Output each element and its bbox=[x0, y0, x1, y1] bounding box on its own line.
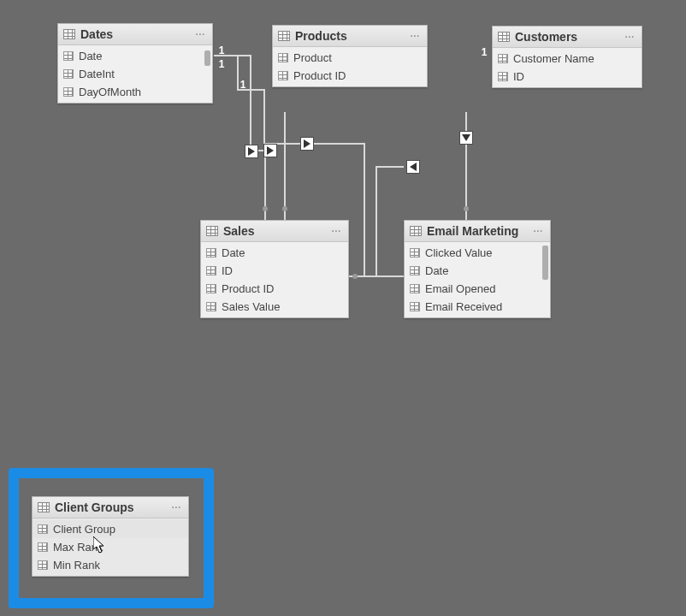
field-label: Max Rank bbox=[53, 541, 103, 554]
table-icon bbox=[278, 31, 290, 41]
field-row[interactable]: Date bbox=[58, 47, 212, 65]
table-title: Client Groups bbox=[55, 500, 134, 514]
more-icon[interactable]: ··· bbox=[624, 33, 636, 42]
field-row[interactable]: Product ID bbox=[273, 67, 427, 85]
table-title: Dates bbox=[80, 27, 113, 41]
table-body: Clicked Value Date Email Opened Email Re… bbox=[405, 242, 550, 317]
scrollbar-thumb[interactable] bbox=[542, 246, 548, 280]
cardinality-one: 1 bbox=[217, 44, 226, 56]
table-products[interactable]: Products ··· Product Product ID bbox=[272, 25, 428, 87]
field-icon bbox=[278, 53, 288, 62]
table-title: Sales bbox=[223, 224, 255, 238]
field-icon bbox=[63, 51, 74, 61]
field-icon bbox=[206, 284, 216, 293]
cardinality-one: 1 bbox=[217, 58, 226, 70]
endpoint-dot-icon bbox=[464, 206, 469, 211]
svg-marker-3 bbox=[462, 134, 470, 141]
table-dates[interactable]: Dates ··· Date DateInt DayOfMonth bbox=[57, 23, 213, 104]
cardinality-one: 1 bbox=[239, 79, 247, 91]
field-label: Customer Name bbox=[513, 52, 594, 65]
field-icon bbox=[38, 542, 48, 552]
field-row[interactable]: DayOfMonth bbox=[58, 83, 212, 101]
field-row[interactable]: Email Received bbox=[405, 298, 550, 316]
field-row[interactable]: Sales Value bbox=[201, 298, 348, 316]
table-customers[interactable]: Customers ··· Customer Name ID bbox=[492, 26, 642, 88]
table-icon bbox=[206, 226, 218, 236]
cardinality-one: 1 bbox=[480, 46, 488, 58]
field-row[interactable]: Customer Name bbox=[493, 50, 642, 68]
more-icon[interactable]: ··· bbox=[194, 30, 207, 39]
table-header-customers[interactable]: Customers ··· bbox=[493, 27, 642, 48]
field-label: Date bbox=[425, 264, 448, 277]
field-row[interactable]: Clicked Value bbox=[405, 244, 550, 262]
field-label: Date bbox=[79, 50, 102, 62]
field-label: Min Rank bbox=[53, 559, 100, 572]
field-label: Email Opened bbox=[425, 282, 495, 295]
arrow-marker-icon bbox=[245, 145, 258, 158]
table-header-client-groups[interactable]: Client Groups ··· bbox=[33, 497, 188, 518]
table-header-products[interactable]: Products ··· bbox=[273, 26, 427, 47]
table-title: Customers bbox=[515, 30, 577, 44]
field-label: Date bbox=[222, 246, 245, 259]
field-label: Clicked Value bbox=[425, 246, 493, 259]
field-label: Client Group bbox=[53, 523, 115, 536]
table-email-marketing[interactable]: Email Marketing ··· Clicked Value Date E… bbox=[404, 220, 551, 318]
field-row[interactable]: Product bbox=[273, 49, 427, 67]
table-header-sales[interactable]: Sales ··· bbox=[201, 221, 348, 242]
table-icon bbox=[410, 226, 422, 236]
field-icon bbox=[278, 71, 288, 80]
more-icon[interactable]: ··· bbox=[170, 503, 183, 512]
table-header-email-marketing[interactable]: Email Marketing ··· bbox=[405, 221, 550, 242]
more-icon[interactable]: ··· bbox=[532, 227, 545, 236]
field-row[interactable]: Email Opened bbox=[405, 280, 550, 298]
table-sales[interactable]: Sales ··· Date ID Product ID Sales Value bbox=[200, 220, 349, 318]
endpoint-dot-icon bbox=[352, 274, 358, 279]
more-icon[interactable]: ··· bbox=[330, 227, 343, 236]
field-row[interactable]: Min Rank bbox=[33, 556, 188, 574]
field-row[interactable]: Date bbox=[405, 262, 550, 280]
field-label: ID bbox=[222, 264, 233, 277]
field-icon bbox=[498, 72, 508, 81]
field-row[interactable]: Client Group bbox=[33, 520, 188, 538]
endpoint-dot-icon bbox=[263, 206, 268, 211]
scrollbar-thumb[interactable] bbox=[204, 50, 210, 66]
field-icon bbox=[38, 524, 48, 534]
endpoint-dot-icon bbox=[282, 206, 287, 211]
field-label: Product ID bbox=[222, 282, 274, 295]
table-title: Products bbox=[295, 29, 347, 43]
table-body: Customer Name ID bbox=[493, 48, 642, 87]
svg-marker-1 bbox=[267, 146, 274, 155]
field-row[interactable]: Max Rank bbox=[33, 538, 188, 556]
table-icon bbox=[38, 502, 50, 512]
field-label: Sales Value bbox=[222, 300, 280, 313]
field-icon bbox=[206, 248, 216, 258]
field-row[interactable]: Date bbox=[201, 244, 348, 262]
table-header-dates[interactable]: Dates ··· bbox=[58, 24, 212, 45]
arrow-marker-icon bbox=[459, 131, 473, 145]
field-icon bbox=[206, 302, 216, 311]
field-icon bbox=[410, 284, 420, 293]
field-icon bbox=[63, 87, 74, 97]
field-icon bbox=[63, 69, 74, 79]
table-body: Date ID Product ID Sales Value bbox=[201, 242, 348, 317]
field-label: DateInt bbox=[79, 68, 115, 80]
field-label: Product bbox=[293, 51, 332, 64]
field-icon bbox=[410, 266, 420, 275]
field-row[interactable]: ID bbox=[201, 262, 348, 280]
field-label: ID bbox=[513, 70, 524, 83]
svg-marker-2 bbox=[304, 139, 310, 148]
field-row[interactable]: Product ID bbox=[201, 280, 348, 298]
field-row[interactable]: DateInt bbox=[58, 65, 212, 83]
more-icon[interactable]: ··· bbox=[409, 32, 422, 41]
field-label: Email Received bbox=[425, 300, 502, 313]
table-body: Date DateInt DayOfMonth bbox=[58, 45, 212, 103]
field-icon bbox=[410, 302, 420, 311]
table-icon bbox=[498, 32, 510, 42]
field-icon bbox=[38, 560, 48, 570]
field-row[interactable]: ID bbox=[493, 68, 642, 86]
table-client-groups[interactable]: Client Groups ··· Client Group Max Rank … bbox=[32, 496, 189, 577]
arrow-marker-icon bbox=[300, 137, 314, 151]
svg-marker-4 bbox=[410, 163, 417, 171]
arrow-marker-icon bbox=[263, 144, 277, 157]
svg-marker-0 bbox=[248, 147, 255, 156]
